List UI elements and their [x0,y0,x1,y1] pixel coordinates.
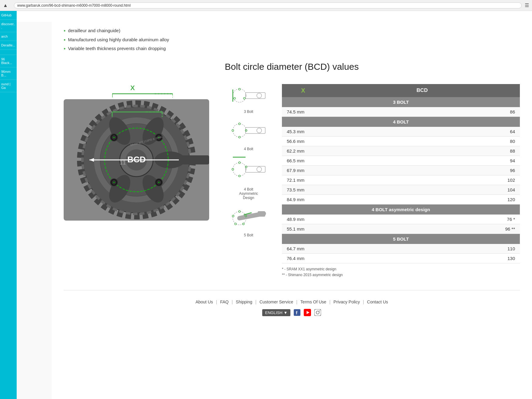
section-title: Bolt circle diameter (BCD) values [64,62,520,72]
x-label-top: X [130,84,135,92]
bolt-4asym-svg [230,156,267,186]
svg-point-28 [158,182,159,183]
svg-point-78 [319,310,320,311]
chainring-svg: BCD 11 SRAM 32T 11SPD X-SYNC [64,99,209,221]
footer: About Us | FAQ | Shipping | Customer Ser… [64,290,520,322]
bolt-4-label: 4 Bolt [244,147,253,151]
sidebar-item-4[interactable] [0,50,17,55]
youtube-icon[interactable] [304,309,311,316]
table-cell-x: 72.1 mm [282,175,324,185]
table-section-4-bolt: 4 BOLT [282,117,520,127]
svg-rect-64 [258,211,265,217]
table-cell-bcd: 104 [324,185,520,194]
svg-rect-36 [179,155,209,164]
table-cell-x: 84.9 mm [282,194,324,204]
table-cell-bcd: 88 [324,146,520,156]
lang-label: ENGLISH [265,310,283,315]
footer-link-privacy[interactable]: Privacy Policy [333,299,360,304]
sidebar-item-6[interactable]: 96mm B... [0,67,17,80]
footer-link-faq[interactable]: FAQ [220,299,229,304]
footer-link-contact[interactable]: Contact Us [367,299,388,304]
table-cell-bcd: 64 [324,127,520,137]
bullet-text-0: derailleur and chainguide) [68,28,120,33]
sidebar-item-0[interactable]: GitHub [0,11,17,20]
page-wrapper: • derailleur and chainguide) • Manufactu… [17,22,532,399]
sidebar-item-2[interactable]: arch [0,32,17,41]
bullet-text-1: Manufactured using highly durable alumin… [68,37,169,42]
table-row: 73.5 mm104 [282,185,520,194]
table-cell-bcd: 76 * [324,215,520,224]
bolt-4asym-label: 4 Bolt Asymmetric Design [239,187,258,200]
table-notes: * - SRAM XX1 asymmetric design ** - Shim… [282,266,520,278]
svg-point-25 [113,182,115,183]
browser-controls: ▲ [3,3,8,8]
table-cell-x: 55.1 mm [282,224,324,234]
svg-point-47 [243,97,245,99]
table-cell-bcd: 120 [324,194,520,204]
svg-point-46 [234,97,236,99]
main-content: • derailleur and chainguide) • Manufactu… [52,22,532,399]
bolt-4-item: 4 Bolt [230,118,267,151]
bullet-1: • Manufactured using highly durable alum… [64,37,520,44]
svg-text:BCD: BCD [127,155,146,164]
svg-point-43 [233,89,246,102]
table-cell-bcd: 130 [324,253,520,263]
bolt-5-svg [230,205,267,232]
footer-bottom: ENGLISH ▼ f [64,309,520,316]
table-header-x: X [282,84,324,97]
table-cell-x: 64.7 mm [282,244,324,254]
bolt-5-label: 5 Bolt [244,233,253,237]
footer-link-customer[interactable]: Customer Service [259,299,293,304]
table-row: 45.3 mm64 [282,127,520,137]
table-cell-bcd: 110 [324,244,520,254]
svg-point-49 [257,128,262,133]
footer-link-shipping[interactable]: Shipping [236,299,253,304]
lang-chevron: ▼ [284,310,288,315]
language-button[interactable]: ENGLISH ▼ [262,309,291,316]
table-row: 72.1 mm102 [282,175,520,185]
table-cell-bcd: 94 [324,156,520,165]
url-bar[interactable]: www.garbaruk.com/96-bcd-shimano-m6000-m7… [14,2,522,8]
table-cell-x: 66.5 mm [282,156,324,165]
bullet-dot-0: • [64,28,65,35]
table-cell-bcd: 102 [324,175,520,185]
bolt-4asym-item: 4 Bolt Asymmetric Design [230,156,267,200]
table-row: 76.4 mm130 [282,253,520,263]
svg-rect-76 [314,309,321,316]
table-cell-x: 67.9 mm [282,165,324,175]
table-cell-bcd: 80 [324,136,520,146]
sidebar: GitHub discover... arch Deraille... 96 B… [0,11,17,399]
bullet-dot-1: • [64,37,65,44]
footer-link-terms[interactable]: Terms Of Use [300,299,326,304]
svg-point-42 [257,93,262,98]
bcd-area: X [64,84,520,278]
svg-point-50 [233,124,246,137]
facebook-icon[interactable]: f [293,309,301,316]
bolt-3-svg [230,84,267,108]
instagram-icon[interactable] [314,309,321,316]
table-row: 55.1 mm96 ** [282,224,520,234]
sidebar-item-1[interactable]: discover... [0,20,17,32]
table-row: 66.5 mm94 [282,156,520,165]
sidebar-item-3[interactable]: Deraille... [0,41,17,50]
note-0: * - SRAM XX1 asymmetric design [282,266,520,272]
table-header-bcd: BCD [324,84,520,97]
table-section-5-bolt: 5 BOLT [282,234,520,244]
note-1: ** - Shimano 2015 asymmetric design [282,272,520,278]
svg-point-19 [113,137,115,138]
table-cell-x: 45.3 mm [282,127,324,137]
bookmark-icon[interactable]: ☰ [525,2,529,8]
table-row: 56.6 mm80 [282,136,520,146]
sidebar-item-7[interactable]: ound | Ga [0,80,17,92]
table-row: 62.2 mm88 [282,146,520,156]
bullet-2: • Variable teeth thickness prevents chai… [64,46,520,52]
bullet-text-2: Variable teeth thickness prevents chain … [68,46,166,51]
svg-point-57 [257,167,262,172]
footer-links: About Us | FAQ | Shipping | Customer Ser… [64,299,520,304]
sidebar-item-5[interactable]: 96 Black... [0,55,17,67]
footer-link-about[interactable]: About Us [196,299,213,304]
bolt-5-item: 5 Bolt [230,205,267,237]
svg-text:11: 11 [120,160,126,166]
table-section-4-bolt-asymmetric-design: 4 BOLT asymmetric design [282,204,520,215]
table-cell-bcd: 96 ** [324,224,520,234]
